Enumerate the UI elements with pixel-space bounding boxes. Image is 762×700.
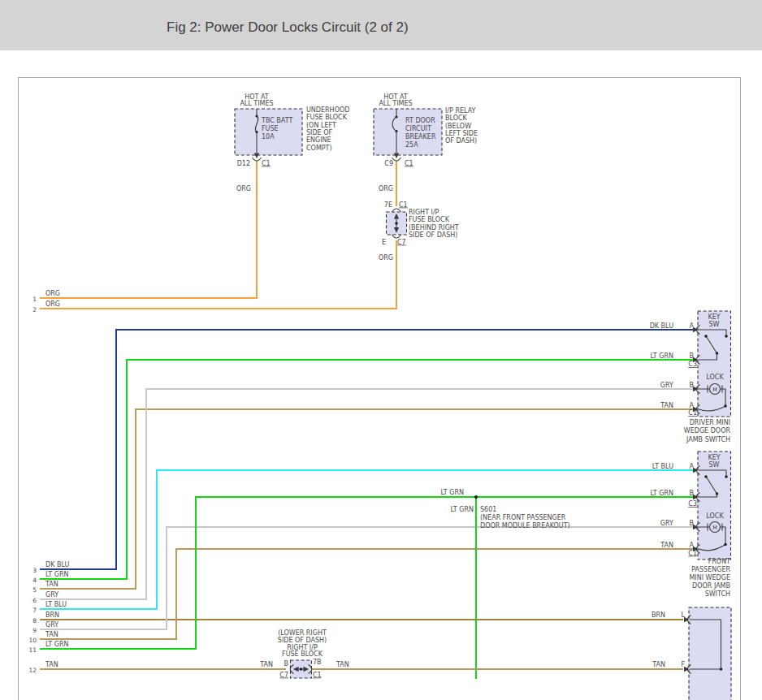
motor-letter: M bbox=[712, 525, 717, 531]
connector-link[interactable]: C7 bbox=[279, 672, 288, 679]
caption-line: SWITCH bbox=[705, 590, 730, 598]
driver-jamb-switch: KEY SW DK BLU A LT GRN B C3 LOCK GRY B M… bbox=[650, 311, 731, 443]
connector-link[interactable]: C1 bbox=[688, 409, 697, 417]
connector-link[interactable]: C1 bbox=[262, 160, 271, 167]
wire-color-label: TAN bbox=[45, 631, 58, 638]
module-box bbox=[689, 607, 731, 700]
connector-link[interactable]: C7 bbox=[397, 239, 406, 246]
breaker-name-line: BREAKER bbox=[405, 133, 436, 140]
wire-color-label: GRY bbox=[45, 621, 58, 629]
line-number: 1 bbox=[32, 296, 37, 303]
line-number: 8 bbox=[32, 617, 37, 624]
breaker-name-line: 25A bbox=[405, 141, 418, 149]
all-times-label: ALL TIMES bbox=[379, 100, 412, 107]
bus-labels: 1 ORG 2 ORG 3 DK BLU 4 LT GRN 5 TAN 6 GR… bbox=[28, 290, 69, 674]
key-sw-label: KEY bbox=[708, 454, 720, 461]
wire-tan-passenger-lock bbox=[40, 549, 693, 639]
wire-gry-driver-lock bbox=[40, 389, 693, 599]
wire-color-label: ORG bbox=[45, 290, 60, 297]
contact-dot bbox=[725, 335, 728, 338]
caption-line: FRONT bbox=[708, 558, 730, 565]
line-number: 4 bbox=[32, 577, 37, 584]
key-sw-label: SW bbox=[709, 461, 720, 469]
wiring-diagram: 1 ORG 2 ORG 3 DK BLU 4 LT GRN 5 TAN 6 GR… bbox=[19, 78, 740, 700]
all-times-label: ALL TIMES bbox=[240, 100, 273, 107]
right-ip-fuse-block: 7E C1 E C7 RIGHT I/P FUSE BLOCK (BEHIND … bbox=[382, 201, 459, 247]
location-line: COMPT) bbox=[306, 145, 332, 152]
lower-right-ip-fuse-block: (LOWER RIGHT SIDE OF DASH) RIGHT I/P FUS… bbox=[259, 629, 349, 679]
location-line: FUSE BLOCK bbox=[306, 114, 348, 121]
arrow-down-icon bbox=[394, 153, 399, 159]
splice-note-line: DOOR MODULE BREAKOUT) bbox=[480, 522, 570, 529]
line-number: 2 bbox=[32, 306, 37, 313]
wire-color-label: BRN bbox=[45, 611, 59, 619]
wire-color-label: LT GRN bbox=[450, 506, 474, 513]
connector-link[interactable]: C3 bbox=[688, 500, 697, 508]
fuse-name-line: FUSE bbox=[262, 125, 279, 132]
junction-dot bbox=[395, 222, 398, 225]
wire-color-label: LT GRN bbox=[45, 571, 69, 578]
wire-color-label: TAN bbox=[660, 542, 673, 549]
splice-s601: LT GRN LT GRN S601 (NEAR FRONT PASSENGER… bbox=[440, 489, 569, 529]
wire-color-label: LT GRN bbox=[650, 352, 673, 360]
underhood-fuse-block: HOT AT ALL TIMES TBC BATT FUSE 10A D12 C… bbox=[235, 93, 349, 192]
location-line: (ON LEFT bbox=[306, 122, 336, 129]
location-line: LEFT SIDE bbox=[445, 130, 478, 137]
wire-ltgrn-passenger-keysw bbox=[40, 497, 693, 649]
pin-label: C9 bbox=[384, 160, 393, 167]
line-number: 9 bbox=[32, 627, 37, 634]
wire-ltblu-passenger-keysw bbox=[40, 470, 693, 609]
caption-line: PASSENGER bbox=[691, 566, 730, 573]
line-number: 12 bbox=[28, 667, 37, 674]
pin-label: B bbox=[284, 660, 289, 668]
line-number: 6 bbox=[32, 597, 37, 604]
pin-label: 7B bbox=[313, 659, 322, 666]
lock-label: LOCK bbox=[706, 512, 724, 520]
wire-color-label: TAN bbox=[45, 661, 58, 668]
location-line: BLOCK bbox=[445, 115, 468, 122]
wires bbox=[40, 161, 693, 679]
line-number: 3 bbox=[32, 567, 37, 574]
pin-label: E bbox=[382, 239, 386, 246]
wire-color-label: TAN bbox=[45, 581, 58, 588]
line-number: 11 bbox=[28, 646, 37, 654]
wire-color-label: LT GRN bbox=[650, 490, 673, 497]
connector-socket-icon bbox=[392, 235, 401, 238]
wire-color-label: LT GRN bbox=[45, 641, 69, 648]
connector-link[interactable]: C1 bbox=[688, 550, 697, 557]
line-number: 10 bbox=[28, 637, 37, 644]
wire-color-label: TAN bbox=[259, 661, 273, 668]
title-bar: Fig 2: Power Door Locks Circuit (2 of 2) bbox=[0, 0, 762, 50]
wire-gry-passenger-lock bbox=[40, 527, 693, 629]
splice-dot bbox=[474, 495, 478, 499]
wire-color-label: ORG bbox=[45, 300, 60, 308]
wiring-diagram-frame: 1 ORG 2 ORG 3 DK BLU 4 LT GRN 5 TAN 6 GR… bbox=[18, 77, 741, 700]
location-line: RIGHT I/P bbox=[409, 209, 439, 216]
page-title: Fig 2: Power Door Locks Circuit (2 of 2) bbox=[167, 19, 409, 36]
motor-letter: M bbox=[712, 387, 717, 393]
wire-color-label: ORG bbox=[379, 185, 393, 192]
connector-link[interactable]: C1 bbox=[399, 201, 408, 209]
fuse-name-line: 10A bbox=[262, 133, 275, 140]
connector-link[interactable]: C3 bbox=[688, 361, 697, 368]
caption-line: WEDGE DOOR bbox=[684, 427, 731, 434]
rh-door-module: BRN L TAN F bbox=[652, 607, 731, 700]
location-line: ENGINE bbox=[306, 136, 331, 144]
location-line: FUSE BLOCK bbox=[282, 650, 323, 658]
splice-note-line: (NEAR FRONT PASSENGER bbox=[480, 514, 566, 521]
wire-color-label: GRY bbox=[45, 591, 58, 598]
connector-link[interactable]: C1 bbox=[405, 160, 413, 167]
breaker-name-line: RT DOOR bbox=[405, 117, 435, 124]
wire-color-label: TAN bbox=[652, 661, 665, 668]
location-line: (BELOW bbox=[445, 123, 471, 130]
location-line: (BEHIND RIGHT bbox=[409, 224, 459, 231]
wire-color-label: DK BLU bbox=[45, 561, 69, 568]
arrow-down-icon bbox=[254, 153, 259, 159]
location-line: SIDE OF bbox=[306, 129, 332, 136]
line-number: 7 bbox=[32, 607, 37, 614]
caption-line: MINI WEDGE bbox=[689, 574, 730, 581]
connector-link[interactable]: C1 bbox=[313, 672, 322, 679]
connector-socket-icon bbox=[392, 209, 401, 212]
line-number: 5 bbox=[32, 586, 37, 594]
caption-line: DOOR JAMB bbox=[692, 582, 730, 590]
